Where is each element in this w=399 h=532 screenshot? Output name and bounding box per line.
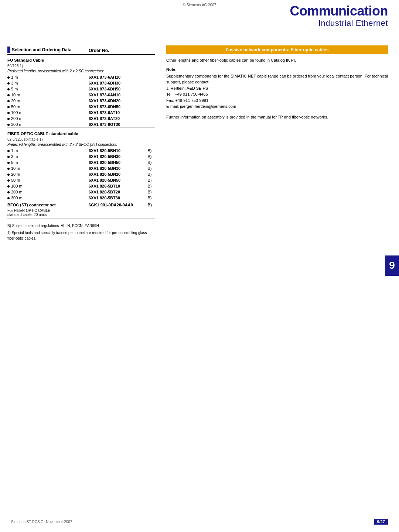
fo-item-2-length: 5 m [11,87,18,91]
fo2-item-6-export: B) [144,183,155,189]
fiber-optic-pref-lengths-text: Preferred lengths, preassembled with 2 x… [7,142,155,148]
page-header: Communication Industrial Ethernet [203,0,399,32]
bullet-icon [7,76,10,79]
table-row: 1 m 6XV1 820-5BH10 B) [7,148,155,154]
fo-item-8-order: 6XV1 873-6GT30 [89,121,144,128]
fo-item-2-order: 6XV1 873-6DH50 [89,86,144,92]
fo2-item-5-export: B) [144,177,155,183]
fiber-optic-title: FIBER OPTIC CABLE standard cable [7,131,78,136]
header-accent-bar [7,47,10,53]
footer-left: Siemens ST PCS 7 · November 2007 [11,520,72,524]
fo-item-1-length: 3 m [11,81,18,85]
fo2-item-2-order: 6XV1 820-5BH50 [89,159,144,165]
bullet-icon [7,185,10,188]
note-text: Supplementary components for the SIMATIC… [166,73,388,110]
section-bar-label: Passive network components: Fiber-optic … [226,47,329,52]
fiber-optic-subtitle: 62.5/125, splittable 1) [7,137,155,142]
connector-subtitle1: For FIBER OPTIC CABLE [7,209,50,213]
table-row: 200 m 6XV1 873-6AT20 [7,116,155,121]
table-row: 3 m 6XV1 820-5BH30 B) [7,154,155,159]
fo-item-7-order: 6XV1 873-6AT20 [89,116,144,121]
table-row: 300 m 6XV1 873-6GT30 [7,121,155,128]
fo-standard-subtitle-text: 50/125 1) [7,63,155,68]
bullet-icon [7,174,10,176]
table-row: 3 m 6XV1 873-6DH30 [7,80,155,86]
table-row: 5 m 6XV1 873-6DH50 [7,86,155,92]
fo-item-3-order: 6XV1 873-6AN10 [89,92,144,98]
fo2-item-0-export: B) [144,148,155,154]
fiber-optic-header: FIBER OPTIC CABLE standard cable [7,128,155,137]
selection-table: Selection and Ordering Data Order No. FO… [7,45,155,219]
fo-standard-pref-lengths: Preferred lengths, preassembled with 2 x… [7,68,155,74]
fo-item-3-length: 10 m [11,93,20,97]
table-row: 100 m 6XV1 873-6AT10 [7,110,155,116]
table-row: 100 m 6XV1 820-5BT10 B) [7,183,155,189]
bullet-icon [7,118,10,120]
fo-standard-subtitle: 50/125 1) [7,63,155,68]
left-column: Selection and Ordering Data Order No. FO… [7,45,155,241]
fo2-item-5-order: 6XV1 820-5BN50 [89,177,144,183]
fo-item-0-order: 6XV1 873-6AH10 [89,74,144,80]
fo2-item-3-order: 6XV1 820-5BN10 [89,165,144,171]
table-row: 20 m 6XV1 820-5BN20 B) [7,171,155,177]
col1-header: Selection and Ordering Data [12,47,71,52]
connector-subtitle-row: For FIBER OPTIC CABLE standard cable, 20… [7,208,155,219]
fo-item-6-length: 100 m [11,110,23,115]
section-header-bar: Passive network components: Fiber-optic … [166,45,388,54]
bullet-icon [7,112,10,114]
header-communication: Communication [203,4,388,18]
fo2-item-7-export: B) [144,189,155,195]
connector-order: 6GK1 901-0DA20-0AA0 [89,201,144,208]
fo-item-4-length: 20 m [11,99,20,103]
page-tab-number: 9 [389,260,395,271]
fo-item-7-length: 200 m [11,116,23,121]
further-info: Further information on assembly is provi… [166,114,388,120]
bullet-icon [7,191,10,193]
connector-export: B) [144,201,155,208]
fo2-item-7-order: 6XV1 820-5BT20 [89,189,144,195]
bullet-icon [7,100,10,102]
bullet-icon [7,94,10,96]
table-row: 10 m 6XV1 820-5BN10 B) [7,165,155,171]
bullet-icon [7,197,10,199]
fo2-item-4-order: 6XV1 820-5BN20 [89,171,144,177]
bullet-icon [7,88,10,90]
table-row: 20 m 6XV1 873-6DN20 [7,98,155,104]
footnote-1: 1) Special tools and specially trained p… [7,230,155,241]
fo-pref-lengths-text: Preferred lengths, preassembled with 2 x… [7,68,155,74]
page-container: © Siemens AG 2007 Communication Industri… [0,0,399,532]
right-column: Passive network components: Fiber-optic … [166,45,388,241]
fo-item-1-order: 6XV1 873-6DH30 [89,80,144,86]
fo2-item-8-order: 6XV1 820-5BT30 [89,195,144,201]
footnote-b: B) Subject to export regulations: AL: N,… [7,223,155,229]
table-header-row: Selection and Ordering Data Order No. [7,45,155,55]
bullet-icon [7,124,10,126]
bullet-icon [7,156,10,158]
table-row: 5 m 6XV1 820-5BH50 B) [7,159,155,165]
page-tab: 9 [385,255,399,276]
fo-item-8-length: 300 m [11,122,23,127]
fo-standard-title: FO Standard Cable [7,55,155,63]
bullet-icon [7,106,10,108]
fo-item-5-order: 6XV1 873-6DN50 [89,104,144,110]
connector-set-header: BFOC (ST) connector set 6GK1 901-0DA20-0… [7,201,155,208]
bullet-icon [7,150,10,152]
fo2-item-8-export: B) [144,195,155,201]
bullet-icon [7,179,10,182]
fo-item-4-order: 6XV1 873-6DN20 [89,98,144,104]
fo2-item-0-order: 6XV1 820-5BH10 [89,148,144,154]
table-row: 10 m 6XV1 873-6AN10 [7,92,155,98]
main-content: Selection and Ordering Data Order No. FO… [0,45,399,241]
fiber-optic-pref-lengths: Preferred lengths, preassembled with 2 x… [7,142,155,148]
table-row: 1 m 6XV1 873-6AH10 [7,74,155,80]
fiber-optic-subtitle-text: 62.5/125, splittable 1) [7,137,155,142]
table-row: 50 m 6XV1 820-5BN50 B) [7,177,155,183]
bullet-icon [7,162,10,164]
fo-item-0-length: 1 m [11,75,18,79]
right-intro: Other lengths and other fiber-optic cabl… [166,57,388,64]
fo-item-6-order: 6XV1 873-6AT10 [89,110,144,116]
note-title: Note: [166,67,388,72]
fo2-item-1-export: B) [144,154,155,159]
note-section: Note: Supplementary components for the S… [166,67,388,110]
connector-subtitle2: standard cable, 20 units [7,213,47,217]
